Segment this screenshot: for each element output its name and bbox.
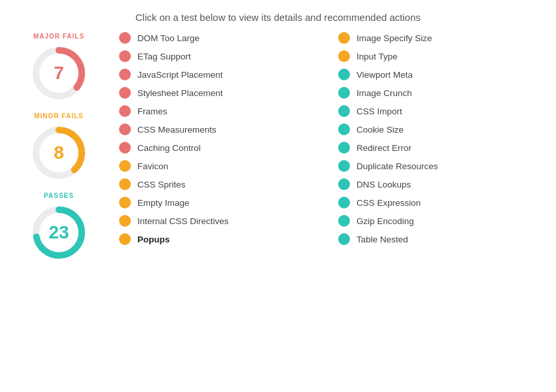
test-label: Caching Control — [137, 143, 201, 153]
test-label: Empty Image — [137, 198, 190, 208]
test-label: DOM Too Large — [137, 33, 200, 43]
test-dot — [119, 105, 131, 117]
minor-fails-value: 8 — [54, 142, 64, 163]
test-dot — [119, 87, 131, 99]
test-label: Image Specify Size — [356, 33, 432, 43]
test-item[interactable]: Stylesheet Placement — [118, 84, 324, 101]
test-label: Redirect Error — [356, 143, 411, 153]
test-dot — [338, 105, 350, 117]
test-dot — [119, 160, 131, 172]
test-dot — [338, 87, 350, 99]
passes-block: PASSES 23 — [29, 192, 88, 262]
test-dot — [338, 160, 350, 172]
test-dot — [338, 69, 350, 80]
test-label: CSS Measurements — [137, 125, 217, 135]
header-text: Click on a test below to view its detail… — [135, 12, 421, 23]
test-label: Gzip Encoding — [356, 216, 414, 226]
test-item[interactable]: JavaScript Placement — [118, 66, 324, 83]
test-item[interactable]: Popups — [118, 231, 324, 248]
test-dot — [119, 215, 131, 227]
test-label: Popups — [137, 235, 170, 244]
test-item[interactable]: DNS Lookups — [337, 176, 543, 193]
test-item[interactable]: Image Specify Size — [337, 29, 543, 46]
test-label: Image Crunch — [356, 88, 412, 98]
test-item[interactable]: Input Type — [337, 48, 543, 65]
test-label: Internal CSS Directives — [137, 216, 229, 226]
right-panel: DOM Too LargeETag SupportJavaScript Plac… — [111, 29, 549, 385]
test-column-right: Image Specify SizeInput TypeViewport Met… — [330, 29, 549, 385]
test-item[interactable]: Caching Control — [118, 139, 324, 156]
test-item[interactable]: ETag Support — [118, 48, 324, 65]
test-label: ETag Support — [137, 52, 191, 61]
test-dot — [338, 197, 350, 208]
test-item[interactable]: Viewport Meta — [337, 66, 543, 83]
major-fails-label: MAJOR FAILS — [33, 33, 84, 40]
test-item[interactable]: Duplicate Resources — [337, 157, 543, 174]
test-dot — [119, 178, 131, 190]
test-column-left: DOM Too LargeETag SupportJavaScript Plac… — [111, 29, 330, 385]
test-item[interactable]: CSS Measurements — [118, 121, 324, 138]
test-dot — [338, 233, 350, 245]
test-dot — [119, 233, 131, 245]
test-label: Table Nested — [356, 235, 408, 244]
test-item[interactable]: Internal CSS Directives — [118, 212, 324, 229]
test-item[interactable]: CSS Import — [337, 103, 543, 120]
test-dot — [119, 142, 131, 154]
test-item[interactable]: Empty Image — [118, 194, 324, 211]
test-label: Favicon — [137, 161, 168, 171]
test-item[interactable]: Redirect Error — [337, 139, 543, 156]
test-dot — [119, 32, 131, 44]
minor-fails-label: MINOR FAILS — [34, 112, 83, 120]
test-item[interactable]: Table Nested — [337, 231, 543, 248]
major-fails-block: MAJOR FAILS 7 — [29, 33, 88, 103]
test-dot — [119, 123, 131, 135]
test-dot — [338, 142, 350, 154]
test-dot — [338, 50, 350, 62]
test-item[interactable]: Image Crunch — [337, 84, 543, 101]
test-dot — [338, 32, 350, 44]
test-label: Input Type — [356, 52, 398, 61]
test-label: Duplicate Resources — [356, 161, 438, 171]
test-label: CSS Expression — [356, 198, 421, 208]
test-item[interactable]: Favicon — [118, 157, 324, 174]
main-content: MAJOR FAILS 7 MINOR FAILS 8 PASS — [0, 29, 556, 392]
test-dot — [119, 197, 131, 208]
minor-fails-donut: 8 — [29, 123, 88, 182]
test-label: Viewport Meta — [356, 70, 413, 80]
passes-label: PASSES — [44, 192, 74, 199]
test-label: Cookie Size — [356, 125, 404, 135]
passes-value: 23 — [48, 222, 69, 243]
test-item[interactable]: DOM Too Large — [118, 29, 324, 46]
test-label: CSS Sprites — [137, 180, 186, 189]
test-label: Stylesheet Placement — [137, 88, 223, 98]
test-dot — [338, 215, 350, 227]
major-fails-value: 7 — [54, 63, 64, 84]
major-fails-donut: 7 — [29, 44, 88, 103]
page-header: Click on a test below to view its detail… — [0, 0, 556, 29]
test-label: DNS Lookups — [356, 180, 411, 189]
test-item[interactable]: Gzip Encoding — [337, 212, 543, 229]
minor-fails-block: MINOR FAILS 8 — [29, 112, 88, 182]
test-dot — [338, 123, 350, 135]
test-label: JavaScript Placement — [137, 70, 223, 80]
test-dot — [338, 178, 350, 190]
test-label: CSS Import — [356, 106, 402, 116]
test-dot — [119, 69, 131, 80]
test-dot — [119, 50, 131, 62]
test-item[interactable]: Cookie Size — [337, 121, 543, 138]
left-panel: MAJOR FAILS 7 MINOR FAILS 8 PASS — [7, 29, 111, 385]
test-item[interactable]: CSS Expression — [337, 194, 543, 211]
test-item[interactable]: CSS Sprites — [118, 176, 324, 193]
test-label: Frames — [137, 106, 167, 116]
passes-donut: 23 — [29, 203, 88, 262]
test-item[interactable]: Frames — [118, 103, 324, 120]
